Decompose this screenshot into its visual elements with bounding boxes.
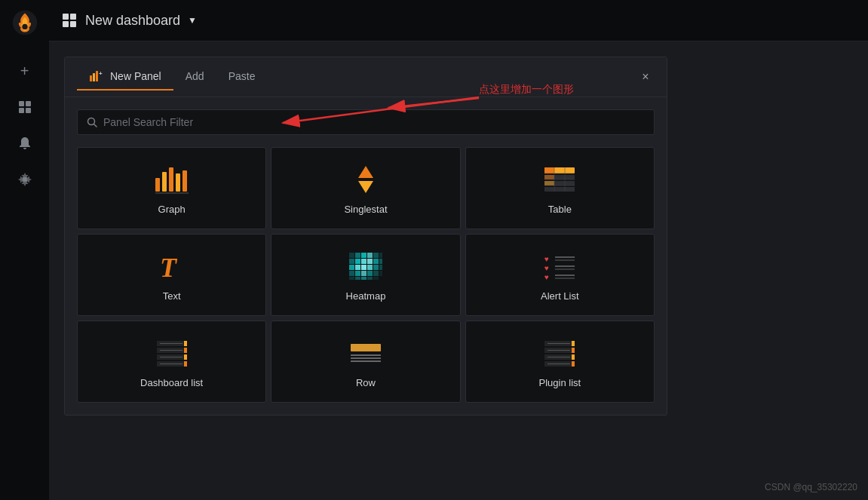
sidebar-item-add[interactable]: + <box>0 53 49 89</box>
graph-panel-icon <box>154 161 190 198</box>
sidebar-item-settings[interactable] <box>0 161 49 198</box>
svg-rect-18 <box>162 172 167 192</box>
svg-rect-77 <box>184 341 187 346</box>
svg-rect-51 <box>355 265 360 270</box>
chart-plus-icon: + <box>89 69 104 83</box>
svg-rect-46 <box>361 259 367 264</box>
heatmap-panel-icon <box>348 248 384 284</box>
table-label: Table <box>548 204 572 215</box>
svg-rect-30 <box>544 181 554 186</box>
svg-text:♥: ♥ <box>544 264 549 272</box>
svg-marker-23 <box>358 166 373 178</box>
dashboard-list-label: Dashboard list <box>140 377 203 388</box>
svg-text:T: T <box>160 253 178 281</box>
svg-rect-41 <box>367 253 373 258</box>
svg-rect-31 <box>544 187 575 192</box>
watermark: CSDN @qq_35302220 <box>765 482 857 492</box>
svg-rect-98 <box>572 354 575 360</box>
panel-item-alert-list[interactable]: ♥ ♥ ♥ Ale <box>465 234 655 316</box>
svg-rect-12 <box>93 73 95 81</box>
tab-new-panel[interactable]: + New Panel <box>77 63 173 90</box>
svg-text:♥: ♥ <box>544 273 549 281</box>
panel-item-plugin-list[interactable]: Plugin list <box>465 321 655 403</box>
svg-rect-83 <box>184 361 187 367</box>
sidebar-item-alert[interactable] <box>0 125 49 161</box>
panel-type-grid: Graph Singlestat <box>65 147 667 415</box>
svg-text:+: + <box>99 70 103 77</box>
svg-rect-66 <box>373 277 379 280</box>
plugin-list-panel-icon <box>541 335 578 371</box>
svg-rect-65 <box>367 277 373 280</box>
svg-rect-13 <box>96 71 98 81</box>
heatmap-label: Heatmap <box>346 290 386 302</box>
svg-rect-28 <box>544 175 554 179</box>
svg-rect-7 <box>63 14 69 20</box>
panel-item-text[interactable]: T Text <box>77 234 266 316</box>
row-label: Row <box>356 377 376 388</box>
svg-rect-47 <box>367 259 373 264</box>
svg-rect-91 <box>351 357 381 359</box>
svg-marker-24 <box>358 181 373 193</box>
panel-search-input[interactable] <box>103 116 645 128</box>
svg-rect-3 <box>26 101 31 106</box>
grid-icon <box>61 12 78 29</box>
sidebar: + <box>0 0 49 500</box>
svg-rect-26 <box>544 167 554 173</box>
search-icon <box>87 117 97 127</box>
new-panel-modal: + New Panel Add Paste × <box>64 57 667 416</box>
dashboard-list-panel-icon <box>154 335 190 371</box>
svg-rect-50 <box>349 265 354 270</box>
svg-rect-48 <box>373 259 379 264</box>
panel-item-heatmap[interactable]: Heatmap <box>271 234 460 316</box>
dropdown-arrow[interactable]: ▼ <box>188 15 197 26</box>
modal-body: Graph Singlestat <box>65 97 667 415</box>
dashboard-title: New dashboard <box>85 13 180 29</box>
svg-rect-90 <box>351 354 381 356</box>
panel-item-dashboard-list[interactable]: Dashboard list <box>77 321 266 403</box>
svg-rect-20 <box>176 173 180 192</box>
modal-tab-bar: + New Panel Add Paste × <box>65 57 667 97</box>
bell-icon <box>17 136 32 151</box>
svg-rect-42 <box>373 253 379 258</box>
graph-label: Graph <box>158 204 186 215</box>
dashboard-grid-icon <box>17 100 32 115</box>
main-content: New dashboard ▼ + New Panel Add <box>49 0 868 500</box>
plugin-list-label: Plugin list <box>539 377 581 388</box>
svg-rect-38 <box>349 253 354 258</box>
modal-close-button[interactable]: × <box>636 68 655 86</box>
table-panel-icon <box>541 161 578 198</box>
svg-rect-60 <box>373 271 379 276</box>
svg-rect-81 <box>184 354 187 360</box>
svg-line-16 <box>94 124 97 127</box>
panel-item-graph[interactable]: Graph <box>77 147 266 229</box>
add-icon: + <box>20 63 29 80</box>
topbar: New dashboard ▼ <box>49 0 868 41</box>
svg-text:♥: ♥ <box>544 255 549 263</box>
svg-rect-11 <box>90 75 92 81</box>
svg-rect-79 <box>184 348 187 353</box>
svg-rect-10 <box>70 21 76 27</box>
svg-point-1 <box>22 24 27 29</box>
row-panel-icon <box>348 335 384 371</box>
panel-search-bar[interactable] <box>77 109 655 135</box>
tab-paste[interactable]: Paste <box>216 64 268 90</box>
panel-item-row[interactable]: Row <box>271 321 460 403</box>
svg-rect-55 <box>379 265 382 270</box>
panel-item-table[interactable]: Table <box>465 147 655 229</box>
grafana-logo[interactable] <box>10 8 40 38</box>
svg-rect-52 <box>361 265 367 270</box>
panel-item-singlestat[interactable]: Singlestat <box>271 147 460 229</box>
svg-rect-4 <box>19 108 24 113</box>
svg-rect-44 <box>349 259 354 264</box>
svg-rect-89 <box>351 344 381 351</box>
svg-rect-39 <box>355 253 360 258</box>
svg-rect-96 <box>572 348 575 353</box>
sidebar-item-dashboard[interactable] <box>0 89 49 125</box>
svg-rect-9 <box>63 21 69 27</box>
svg-rect-57 <box>355 271 360 276</box>
text-label: Text <box>163 290 181 302</box>
svg-rect-92 <box>351 360 381 362</box>
tab-add[interactable]: Add <box>173 64 216 90</box>
svg-rect-62 <box>349 277 354 280</box>
svg-rect-40 <box>361 253 367 258</box>
